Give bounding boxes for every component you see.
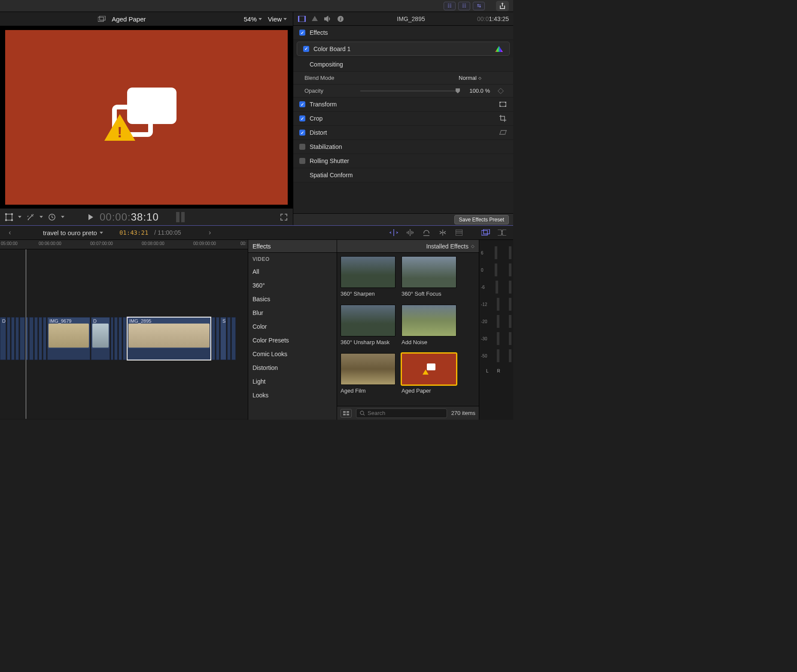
effects-grid[interactable]: 360° Sharpen360° Soft Focus360° Unsharp … [337,253,479,406]
timeline-index-button[interactable] [454,228,464,237]
stabilization-section[interactable]: Stabilization [293,140,513,154]
timeline-clip[interactable] [227,317,231,360]
effect-thumbnail[interactable] [341,256,395,288]
playhead[interactable] [26,249,26,419]
play-button[interactable] [86,212,95,222]
view-dropdown[interactable]: View [268,15,287,23]
fullscreen-button[interactable] [279,212,289,222]
effect-thumbnail[interactable] [341,353,395,385]
effects-category-item[interactable]: Looks [248,388,337,402]
timeline-tracks[interactable]: D IMG_9679 D [0,249,248,419]
effects-checkbox[interactable] [299,30,305,36]
effect-item[interactable]: Aged Paper [402,353,458,394]
timeline-clip[interactable] [231,317,236,360]
timeline-clip[interactable] [123,317,126,360]
save-effects-preset-button[interactable]: Save Effects Preset [454,215,509,224]
timeline-clip[interactable] [114,317,118,360]
effect-thumbnail[interactable] [341,305,395,336]
effects-category-item[interactable]: All [248,265,337,278]
timeline-clip[interactable]: IMG_9679 [47,317,90,360]
rolling-shutter-section[interactable]: Rolling Shutter [293,154,513,168]
distort-checkbox[interactable] [299,130,305,136]
compositing-section[interactable]: Compositing [293,58,513,72]
timeline-clip[interactable] [39,317,42,360]
grid-view-button[interactable] [341,409,352,418]
marker-icon[interactable] [90,317,90,318]
crop-section[interactable]: Crop [293,112,513,126]
effect-thumbnail[interactable] [402,256,456,288]
layout-button-1[interactable]: ☷ [444,2,456,10]
share-button[interactable] [496,1,509,11]
transitions-browser-button[interactable] [497,228,507,237]
effect-item[interactable]: Add Noise [402,305,458,345]
timeline-clip[interactable]: D [0,317,6,360]
chevron-down-icon[interactable] [61,216,64,218]
info-inspector-tab[interactable]: i [336,15,345,23]
chevron-down-icon[interactable] [18,216,21,218]
timeline-clip-selected[interactable]: IMG_2895 [127,317,211,360]
timeline-clip[interactable] [119,317,122,360]
color-board-checkbox[interactable] [303,46,309,52]
color-board-row[interactable]: Color Board 1 [297,42,510,56]
timeline-clip[interactable]: D [91,317,110,360]
layout-button-2[interactable]: ☷ [458,2,470,10]
transform-checkbox[interactable] [299,101,305,107]
installed-effects-dropdown[interactable]: Installed Effects [426,243,468,250]
effects-category-item[interactable]: 360° [248,278,337,292]
effects-category-item[interactable]: Light [248,375,337,388]
snapping-button[interactable] [438,228,448,237]
effect-item[interactable]: 360° Unsharp Mask [341,305,397,345]
effects-category-item[interactable]: Distortion [248,361,337,375]
keyframe-button[interactable] [498,88,504,94]
viewer-canvas[interactable] [0,26,293,208]
timeline-clip[interactable] [212,317,215,360]
timeline-clip[interactable] [34,317,38,360]
timeline-clip[interactable] [11,317,15,360]
effects-browser-button[interactable] [481,228,491,237]
transport-timecode[interactable]: 00:00:38:10 [100,211,159,223]
stabilization-checkbox[interactable] [299,144,305,150]
effect-thumbnail[interactable] [402,305,456,336]
timeline-clip[interactable] [216,317,219,360]
color-board-icon[interactable] [495,45,503,52]
effects-section[interactable]: Effects [293,26,513,40]
effects-category-item[interactable]: Blur [248,306,337,320]
timeline-panel[interactable]: 05:00:00 00:06:00:00 00:07:00:00 00:08:0… [0,240,248,420]
effects-category-item[interactable]: Color [248,320,337,333]
timeline-clip[interactable] [43,317,46,360]
distort-icon[interactable] [499,129,507,136]
chevron-down-icon[interactable] [40,216,43,218]
effects-category-item[interactable]: Color Presets [248,333,337,347]
timeline-clip[interactable] [15,317,19,360]
history-back-button[interactable]: ‹ [6,229,14,236]
inspector-body[interactable]: Effects Color Board 1 Compositing Blend … [293,26,513,213]
transform-tool-button[interactable] [4,212,14,222]
timeline-ruler[interactable]: 05:00:00 00:06:00:00 00:07:00:00 00:08:0… [0,240,248,249]
effects-category-item[interactable]: Comic Looks [248,347,337,361]
video-inspector-tab[interactable] [298,15,306,23]
effect-item[interactable]: Aged Film [341,353,397,394]
project-name-dropdown[interactable]: travel to ouro preto [43,229,103,236]
enhance-tool-button[interactable] [26,212,35,222]
skimming-button[interactable] [389,228,399,237]
crop-icon[interactable] [499,115,507,122]
color-inspector-tab[interactable] [310,15,319,23]
timeline-clip[interactable]: S [220,317,226,360]
effect-thumbnail[interactable] [402,353,456,385]
timeline-clip[interactable] [111,317,113,360]
audio-inspector-tab[interactable] [323,15,332,23]
history-forward-button[interactable]: › [206,229,214,236]
retime-tool-button[interactable] [47,212,57,222]
effect-item[interactable]: 360° Sharpen [341,256,397,297]
layout-button-3[interactable]: ⇆ [473,2,485,10]
spatial-conform-section[interactable]: Spatial Conform [293,168,513,182]
distort-section[interactable]: Distort [293,126,513,140]
transform-icon[interactable] [499,101,507,108]
opacity-value[interactable]: 100.0 % [468,88,490,94]
timeline-clip[interactable] [20,317,25,360]
effects-search-input[interactable]: Search [356,409,447,418]
audio-skimming-button[interactable] [405,228,415,237]
effects-category-item[interactable]: Basics [248,292,337,306]
rolling-shutter-checkbox[interactable] [299,158,305,164]
solo-button[interactable] [421,228,432,237]
